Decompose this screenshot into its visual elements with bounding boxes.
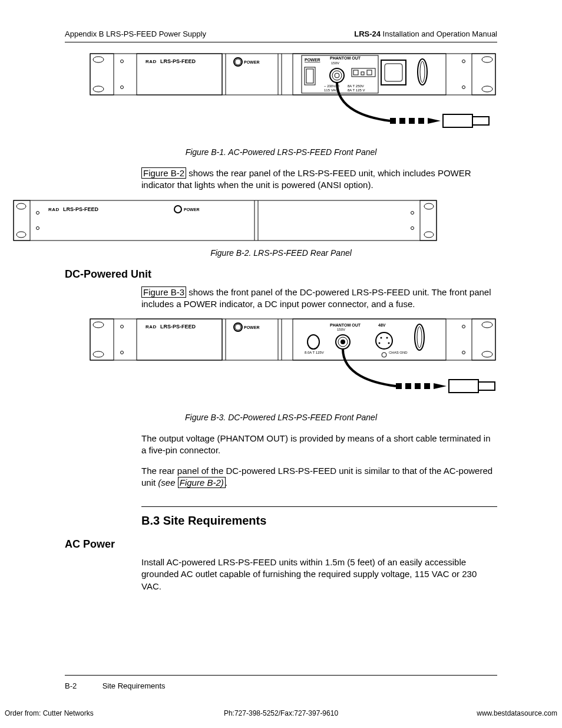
- para1-rest: shows the rear panel of the LRS-PS-FEED …: [141, 168, 471, 190]
- svg-text:150V: 150V: [337, 328, 345, 331]
- svg-point-98: [386, 337, 388, 339]
- link-figure-b2-inline[interactable]: Figure B-2): [178, 477, 226, 488]
- svg-rect-49: [472, 117, 489, 125]
- figure-b1: RAD LRS-PS-FEED POWER POWER PHANTOM OUT …: [90, 53, 497, 141]
- svg-point-99: [379, 342, 381, 344]
- svg-rect-106: [396, 383, 402, 389]
- svg-text:LRS-PS-FEED: LRS-PS-FEED: [160, 58, 196, 64]
- svg-point-100: [388, 342, 390, 344]
- svg-text:CHAS GND: CHAS GND: [389, 351, 408, 354]
- link-figure-b2[interactable]: Figure B-2: [141, 167, 186, 179]
- svg-marker-110: [434, 383, 447, 389]
- header-left-prefix: Appendix B: [65, 29, 106, 38]
- svg-rect-109: [424, 383, 430, 389]
- svg-rect-43: [390, 118, 396, 124]
- svg-text:RAD: RAD: [146, 324, 157, 330]
- svg-text:8A T 250V: 8A T 250V: [348, 84, 364, 88]
- para-fig-b3-intro: Figure B-3 shows the front panel of the …: [141, 286, 497, 311]
- svg-text:RAD: RAD: [48, 207, 59, 212]
- running-header: Appendix B LRS-PS-FEED Power Supply LRS-…: [65, 29, 497, 42]
- link-figure-b3[interactable]: Figure B-3: [141, 286, 186, 298]
- svg-text:8A T 125 V: 8A T 125 V: [348, 88, 365, 92]
- para4-ital-b: .: [226, 477, 228, 487]
- svg-rect-112: [478, 382, 495, 390]
- svg-text:POWER: POWER: [184, 207, 199, 212]
- header-left: Appendix B LRS-PS-FEED Power Supply: [65, 29, 206, 38]
- page-number: B-2: [65, 681, 100, 690]
- figure-b3-caption: Figure B-3. DC-Powered LRS-PS-FEED Front…: [65, 413, 497, 422]
- order-right: www.bestdatasource.com: [373, 709, 557, 717]
- section-rule: [141, 506, 497, 507]
- svg-text:POWER: POWER: [305, 58, 320, 62]
- header-right-bold: LRS-24: [354, 29, 381, 38]
- header-right: LRS-24 Installation and Operation Manual: [354, 29, 497, 38]
- svg-rect-108: [415, 383, 421, 389]
- svg-text:LRS-PS-FEED: LRS-PS-FEED: [63, 206, 99, 212]
- figure-b2: RAD LRS-PS-FEED POWER: [13, 200, 497, 242]
- order-line: Order from: Cutter Networks Ph:727-398-5…: [0, 709, 562, 717]
- svg-rect-44: [399, 118, 405, 124]
- footer-section: Site Requirements: [103, 681, 166, 690]
- para2-rest: shows the front panel of the DC-powered …: [141, 287, 491, 309]
- svg-text:8.0A T 125V: 8.0A T 125V: [305, 351, 324, 354]
- svg-point-97: [381, 337, 382, 339]
- para4-ital-a: (see: [158, 477, 177, 487]
- para-rear-similar: The rear panel of the DC-powered LRS-PS-…: [141, 465, 497, 489]
- svg-text:48V: 48V: [378, 323, 386, 327]
- order-left: Order from: Cutter Networks: [5, 709, 189, 717]
- heading-dc-powered-unit: DC-Powered Unit: [65, 268, 497, 281]
- svg-marker-47: [428, 118, 441, 124]
- para-fig-b2-intro: Figure B-2 shows the rear panel of the L…: [141, 167, 497, 192]
- svg-text:PHANTOM OUT: PHANTOM OUT: [330, 323, 361, 327]
- para-ac-power: Install AC-powered LRS-PS-FEED units wit…: [141, 556, 497, 592]
- svg-text:PHANTOM OUT: PHANTOM OUT: [330, 56, 361, 60]
- figure-b1-caption: Figure B-1. AC-Powered LRS-PS-FEED Front…: [65, 147, 497, 157]
- figure-b2-caption: Figure B-2. LRS-PS-FEED Rear Panel: [65, 248, 497, 258]
- heading-ac-power: AC Power: [65, 538, 497, 551]
- svg-text:150V: 150V: [331, 61, 339, 65]
- svg-point-94: [340, 340, 345, 344]
- svg-text:POWER: POWER: [244, 325, 259, 330]
- para-phantom-out: The output voltage (PHANTOM OUT) is prov…: [141, 433, 497, 457]
- svg-rect-107: [405, 383, 411, 389]
- page-footer: B-2 Site Requirements: [65, 675, 497, 690]
- svg-rect-46: [418, 118, 424, 124]
- svg-rect-111: [449, 380, 478, 393]
- order-center: Ph:727-398-5252/Fax:727-397-9610: [189, 709, 373, 717]
- svg-rect-45: [409, 118, 415, 124]
- svg-rect-48: [443, 114, 472, 127]
- figure-b3: RAD LRS-PS-FEED POWER PHANTOM OUT 150V 4…: [90, 318, 497, 407]
- header-left-title: LRS-PS-FEED Power Supply: [106, 29, 206, 38]
- svg-text:LRS-PS-FEED: LRS-PS-FEED: [160, 324, 196, 330]
- heading-b3-site-requirements: B.3 Site Requirements: [141, 514, 497, 528]
- header-right-rest: Installation and Operation Manual: [381, 29, 497, 38]
- svg-text:POWER: POWER: [244, 60, 259, 64]
- svg-text:RAD: RAD: [146, 59, 157, 64]
